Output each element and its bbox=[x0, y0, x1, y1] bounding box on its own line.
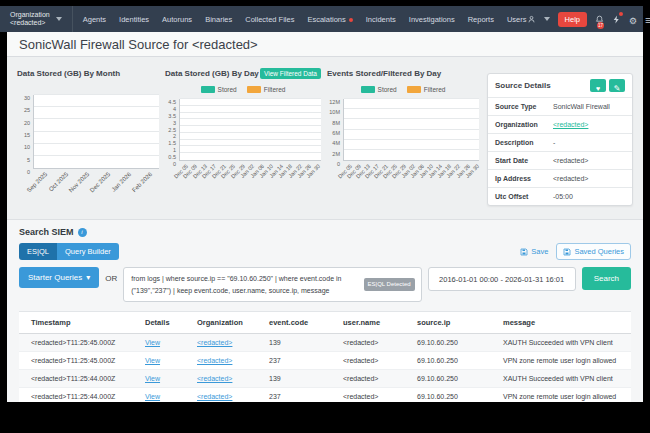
y-tick-label: 4M bbox=[332, 140, 340, 146]
nav-item-reports[interactable]: Reports bbox=[468, 15, 494, 24]
view-details-link[interactable]: View bbox=[145, 393, 160, 400]
alert-dot bbox=[619, 12, 623, 16]
results-table: TimestampDetailsOrganizationevent.codeus… bbox=[19, 311, 631, 402]
source-detail-row: Utc Offset-05:00 bbox=[488, 187, 632, 205]
save-label: Save bbox=[531, 247, 548, 256]
cell-timestamp: <redacted>T11:25:44.000Z bbox=[19, 388, 141, 402]
y-tick-label: 4.5 bbox=[168, 99, 176, 105]
cell-source-ip: 69.10.60.250 bbox=[413, 370, 499, 387]
organization-link[interactable]: <redacted> bbox=[197, 339, 232, 346]
top-nav: Organization <redacted> AgentsIdentities… bbox=[0, 6, 643, 32]
x-axis: Sep 2025Oct 2025Nov 2025Dec 2025Jan 2026… bbox=[33, 169, 159, 193]
plot-area bbox=[179, 99, 321, 161]
column-header-timestamp: Timestamp bbox=[19, 312, 141, 333]
y-tick-label: 0 bbox=[27, 169, 30, 175]
y-tick-label: 2.5 bbox=[168, 127, 176, 133]
nav-item-autoruns[interactable]: Autoruns bbox=[162, 15, 192, 24]
organization-label: Organization bbox=[10, 11, 50, 19]
tab-esql[interactable]: ES|QL bbox=[19, 243, 57, 260]
view-details-link[interactable]: View bbox=[145, 375, 160, 382]
nav-item-investigations[interactable]: Investigations bbox=[409, 15, 455, 24]
legend-label-filtered: Filtered bbox=[424, 86, 446, 93]
notifications-button[interactable]: 17 bbox=[595, 15, 604, 24]
edit-button[interactable] bbox=[609, 79, 625, 92]
x-tick-label: Dec 2025 bbox=[88, 171, 110, 193]
search-button[interactable]: Search bbox=[582, 267, 631, 290]
query-text: from logs | where source.ip == "69.10.60… bbox=[131, 275, 341, 294]
help-button[interactable]: Help bbox=[558, 12, 587, 27]
chart-legend: Stored Filtered bbox=[165, 83, 321, 95]
cell-message: XAUTH Succeeded with VPN client bbox=[499, 370, 631, 387]
nav-item-binaries[interactable]: Binaries bbox=[205, 15, 232, 24]
cell-event-code: 139 bbox=[265, 370, 339, 387]
cell-event-code: 237 bbox=[265, 388, 339, 402]
x-tick-label: Oct 2025 bbox=[47, 171, 68, 192]
main-content: SonicWall Firewall Source for <redacted>… bbox=[7, 32, 643, 402]
starter-queries-button[interactable]: Starter Queries bbox=[19, 267, 99, 288]
source-details-title: Source Details bbox=[495, 81, 551, 90]
column-header-user-name: user.name bbox=[339, 312, 413, 333]
y-axis: 02M4M6M8M10M12M bbox=[327, 99, 343, 161]
y-tick-label: 0.5 bbox=[168, 154, 176, 160]
view-filtered-data-button[interactable]: View Filtered Data bbox=[260, 68, 321, 79]
x-axis: Dec 05Dec 09Dec 13Dec 17Dec 21Dec 25Dec … bbox=[343, 161, 479, 185]
view-details-link[interactable]: View bbox=[145, 357, 160, 364]
y-tick-label: 8M bbox=[332, 120, 340, 126]
settings-button[interactable] bbox=[629, 10, 637, 28]
nav-item-users[interactable]: Users bbox=[507, 15, 527, 24]
nav-item-incidents[interactable]: Incidents bbox=[366, 15, 396, 24]
organization-link[interactable]: <redacted> bbox=[197, 357, 232, 364]
charts-row: Data Stored (GB) By Month 051015202530 S… bbox=[7, 57, 643, 209]
view-details-link[interactable]: View bbox=[145, 339, 160, 346]
organization-link[interactable]: <redacted> bbox=[197, 375, 232, 382]
cell-message: VPN zone remote user login allowed bbox=[499, 388, 631, 402]
floppy-icon bbox=[563, 248, 571, 256]
screen: Organization <redacted> AgentsIdentities… bbox=[0, 0, 650, 433]
notification-badge: 17 bbox=[597, 22, 604, 29]
cell-source-ip: 69.10.60.250 bbox=[413, 352, 499, 369]
favorite-button[interactable] bbox=[590, 79, 606, 92]
y-tick-label: 2M bbox=[332, 151, 340, 157]
search-siem-section: Search SIEM ES|QL Query Builder Save Sav… bbox=[7, 219, 643, 402]
nav-right-controls: Help 17 bbox=[527, 10, 650, 28]
y-tick-label: 0 bbox=[173, 161, 176, 167]
cell-timestamp: <redacted>T11:25:45.000Z bbox=[19, 352, 141, 369]
organization-link[interactable]: <redacted> bbox=[553, 121, 588, 128]
y-tick-label: 3 bbox=[173, 120, 176, 126]
organization-selector[interactable]: Organization <redacted> bbox=[0, 6, 73, 32]
tab-query-builder[interactable]: Query Builder bbox=[57, 243, 119, 260]
cell-user-name: <redacted> bbox=[339, 388, 413, 402]
page-title: SonicWall Firewall Source for <redacted> bbox=[7, 32, 643, 57]
column-header-message: message bbox=[499, 312, 631, 333]
cell-organization: <redacted> bbox=[193, 334, 265, 351]
alert-dot bbox=[349, 18, 353, 22]
nav-item-agents[interactable]: Agents bbox=[83, 15, 106, 24]
cell-user-name: <redacted> bbox=[339, 352, 413, 369]
chart-data-stored-by-day: Data Stored (GB) By Day View Filtered Da… bbox=[165, 65, 321, 185]
y-tick-label: 5 bbox=[27, 157, 30, 163]
query-input[interactable]: from logs | where source.ip == "69.10.60… bbox=[123, 267, 421, 302]
activity-button[interactable] bbox=[612, 15, 621, 24]
date-range-input[interactable] bbox=[428, 267, 576, 291]
nav-item-identities[interactable]: Identities bbox=[119, 15, 149, 24]
nav-item-collected-files[interactable]: Collected Files bbox=[245, 15, 294, 24]
detail-label: Utc Offset bbox=[495, 193, 553, 200]
user-menu[interactable] bbox=[527, 15, 536, 24]
nav-item-escalations[interactable]: Escalations bbox=[307, 15, 352, 24]
saved-queries-button[interactable]: Saved Queries bbox=[556, 243, 631, 260]
table-body: <redacted>T11:25:45.000ZView<redacted>13… bbox=[19, 334, 631, 402]
hamburger-menu-button[interactable] bbox=[645, 10, 650, 28]
legend-swatch-stored bbox=[361, 86, 375, 93]
y-tick-label: 25 bbox=[24, 107, 30, 113]
detail-label: Start Date bbox=[495, 157, 553, 164]
info-icon[interactable] bbox=[78, 228, 87, 237]
legend-label-stored: Stored bbox=[378, 86, 397, 93]
chart-title: Data Stored (GB) By Month bbox=[17, 69, 120, 78]
save-button[interactable]: Save bbox=[520, 247, 548, 256]
y-tick-label: 20 bbox=[24, 120, 30, 126]
source-detail-row: Ip Address<redacted> bbox=[488, 169, 632, 187]
organization-link[interactable]: <redacted> bbox=[197, 393, 232, 400]
esql-detected-badge: ES|QL Detected bbox=[364, 278, 415, 292]
detail-label: Source Type bbox=[495, 103, 553, 110]
cell-timestamp: <redacted>T11:25:44.000Z bbox=[19, 370, 141, 387]
